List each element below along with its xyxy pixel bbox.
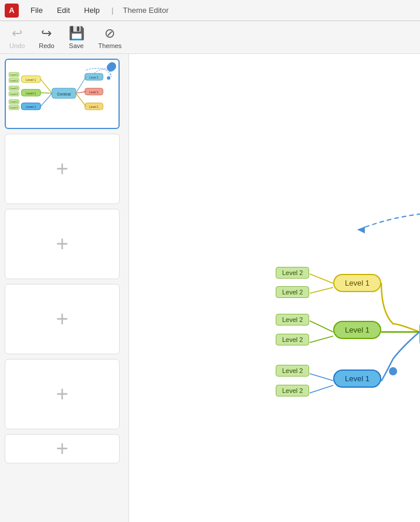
save-label: Save [69, 42, 84, 49]
undo-icon: ↩ [12, 26, 22, 41]
canvas-area[interactable]: Central Level 1 Level 1 Level 1 Level 2 … [129, 54, 420, 522]
selection-marker [389, 367, 397, 375]
menu-separator: | [111, 6, 113, 15]
add-theme-card-5[interactable]: + [5, 434, 120, 463]
menu-edit[interactable]: Edit [55, 5, 72, 16]
svg-text:Level 2: Level 2 [11, 93, 18, 96]
themes-label: Themes [99, 42, 122, 49]
save-icon: 💾 [69, 26, 84, 41]
add-theme-card-1[interactable]: + [5, 134, 120, 204]
add-theme-card-3[interactable]: + [5, 284, 120, 354]
add-theme-card-2[interactable]: + [5, 209, 120, 279]
level1-node-green: Level 1 [333, 321, 381, 339]
svg-text:Level 2: Level 2 [11, 107, 18, 109]
undo-button[interactable]: ↩ Undo [9, 26, 25, 49]
add-icon-1: + [56, 157, 68, 181]
redo-label: Redo [39, 42, 54, 49]
svg-text:Level 1: Level 1 [89, 106, 99, 109]
level2-node-b1: Level 2 [276, 365, 309, 377]
add-icon-4: + [56, 382, 68, 406]
svg-line-31 [310, 336, 333, 343]
level1-node-yellow: Level 1 [333, 274, 381, 292]
sidebar: Central Level 1 Level 1 Level 1 Level 2 … [0, 54, 129, 522]
add-theme-card-4[interactable]: + [5, 359, 120, 429]
save-button[interactable]: 💾 Save [69, 26, 84, 49]
svg-text:Level 2: Level 2 [11, 74, 18, 76]
add-icon-3: + [56, 307, 68, 331]
svg-text:Central: Central [57, 92, 70, 96]
menu-bar: A File Edit Help | Theme Editor [0, 0, 420, 21]
svg-line-33 [310, 385, 333, 393]
menu-title: Theme Editor [123, 6, 169, 15]
level2-node-y2: Level 2 [276, 286, 309, 298]
svg-text:Level 2: Level 2 [11, 80, 18, 82]
svg-line-30 [310, 321, 333, 332]
add-icon-5: + [56, 436, 68, 461]
svg-text:Level 1: Level 1 [26, 78, 36, 82]
svg-line-28 [310, 274, 333, 283]
themes-button[interactable]: ⊘ Themes [99, 26, 122, 49]
theme-thumbnail: Central Level 1 Level 1 Level 1 Level 2 … [6, 60, 118, 128]
svg-text:Level 2: Level 2 [11, 101, 18, 103]
app-icon: A [5, 4, 19, 18]
add-icon-2: + [56, 232, 68, 256]
svg-text:Level 1: Level 1 [89, 91, 99, 94]
toolbar: ↩ Undo ↪ Redo 💾 Save ⊘ Themes [0, 21, 420, 54]
svg-line-29 [310, 287, 333, 293]
svg-text:Level 2: Level 2 [11, 87, 18, 90]
main-layout: Central Level 1 Level 1 Level 1 Level 2 … [0, 54, 420, 522]
svg-text:Level 1: Level 1 [26, 91, 36, 95]
themes-icon: ⊘ [104, 26, 115, 41]
level2-node-b2: Level 2 [276, 385, 309, 396]
active-marker [107, 63, 115, 72]
svg-line-32 [310, 374, 333, 381]
level2-node-g1: Level 2 [276, 314, 309, 326]
theme-card-active[interactable]: Central Level 1 Level 1 Level 1 Level 2 … [5, 59, 120, 129]
menu-file[interactable]: File [28, 5, 45, 16]
redo-icon: ↪ [41, 26, 52, 41]
svg-text:Level 1: Level 1 [26, 105, 36, 109]
svg-text:Level 1: Level 1 [89, 76, 99, 79]
level2-node-y1: Level 2 [276, 267, 309, 279]
level2-node-g2: Level 2 [276, 334, 309, 345]
undo-label: Undo [9, 42, 25, 49]
level1-node-blue: Level 1 [333, 370, 381, 388]
redo-button[interactable]: ↪ Redo [39, 26, 54, 49]
svg-marker-27 [358, 226, 365, 233]
menu-help[interactable]: Help [82, 5, 102, 16]
svg-point-26 [107, 76, 110, 80]
